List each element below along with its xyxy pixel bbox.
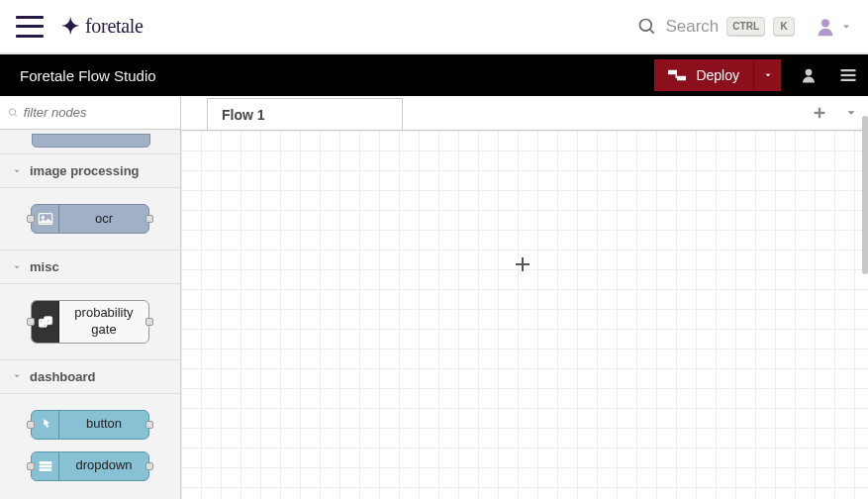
hamburger-icon[interactable] xyxy=(16,16,44,38)
deploy-menu-button[interactable] xyxy=(753,59,781,91)
image-icon xyxy=(32,205,59,233)
caret-down-icon xyxy=(763,70,773,80)
brand-name: foretale xyxy=(85,15,144,38)
category-label: dashboard xyxy=(30,369,95,384)
svg-point-18 xyxy=(48,320,48,321)
deploy-label: Deploy xyxy=(696,67,739,83)
search-label: Search xyxy=(665,17,719,37)
canvas-area: Flow 1 xyxy=(181,96,868,499)
chevron-down-icon xyxy=(12,371,22,381)
palette-scroll[interactable]: image processing ocr misc xyxy=(0,130,180,499)
category-header-dashboard[interactable]: dashboard xyxy=(0,360,180,394)
palette-node-dropdown[interactable]: dropdown xyxy=(31,451,149,481)
dice-icon xyxy=(32,301,59,343)
palette-node-label: button xyxy=(59,411,148,439)
user-menu[interactable] xyxy=(815,16,852,38)
category-nodes-image-processing: ocr xyxy=(0,188,180,250)
svg-rect-7 xyxy=(841,69,856,71)
search-icon xyxy=(637,17,657,37)
svg-point-13 xyxy=(42,216,45,219)
svg-rect-23 xyxy=(815,112,825,114)
node-port-out[interactable] xyxy=(145,215,153,223)
node-port-out[interactable] xyxy=(145,318,153,326)
palette-node-label: dropdown xyxy=(59,452,148,480)
node-port-in[interactable] xyxy=(27,421,35,429)
chevron-down-icon xyxy=(840,21,852,33)
palette-node-button[interactable]: button xyxy=(31,410,149,440)
app-title: Foretale Flow Studio xyxy=(20,67,156,84)
svg-rect-5 xyxy=(676,72,678,78)
node-port-out[interactable] xyxy=(145,421,153,429)
chevron-down-icon xyxy=(12,166,22,176)
palette-node-label: probability gate xyxy=(59,301,148,343)
partial-node-peek xyxy=(0,130,180,154)
brand-glyph-icon: ✦ xyxy=(61,14,79,40)
category-nodes-misc: probability gate xyxy=(0,284,180,360)
user-icon xyxy=(800,66,818,84)
site-header: ✦ foretale Search CTRL K xyxy=(0,0,868,54)
header-menu-button[interactable] xyxy=(828,54,868,96)
filter-nodes-input[interactable] xyxy=(24,105,172,120)
palette-node-probability-gate[interactable]: probability gate xyxy=(31,300,149,344)
category-header-image-processing[interactable]: image processing xyxy=(0,154,180,188)
node-port-in[interactable] xyxy=(27,462,35,470)
svg-rect-19 xyxy=(40,461,51,463)
search-icon xyxy=(8,107,19,119)
crosshair-cursor-icon xyxy=(516,257,530,271)
scrollbar-thumb[interactable] xyxy=(862,116,868,274)
tab-bar: Flow 1 xyxy=(181,96,868,131)
vertical-scrollbar[interactable] xyxy=(861,96,868,499)
node-palette-sidebar: image processing ocr misc xyxy=(0,96,181,499)
node-port-in[interactable] xyxy=(27,318,35,326)
deploy-group: Deploy xyxy=(654,59,781,91)
menu-icon xyxy=(839,66,857,84)
svg-rect-21 xyxy=(40,468,51,470)
node-port-out[interactable] xyxy=(145,462,153,470)
category-header-misc[interactable]: misc xyxy=(0,250,180,284)
tab-actions xyxy=(803,96,868,130)
deploy-icon xyxy=(668,68,686,82)
chevron-down-icon xyxy=(12,262,22,272)
flow-canvas[interactable] xyxy=(181,131,868,499)
svg-point-16 xyxy=(40,321,41,322)
svg-point-17 xyxy=(44,325,45,326)
svg-point-0 xyxy=(640,19,652,31)
svg-point-10 xyxy=(9,108,15,114)
shortcut-k-key: K xyxy=(773,17,795,37)
deploy-button[interactable]: Deploy xyxy=(654,59,753,91)
category-label: image processing xyxy=(30,163,140,178)
search-trigger[interactable]: Search CTRL K xyxy=(637,17,795,37)
palette-node-ocr[interactable]: ocr xyxy=(31,204,149,234)
tab-menu-icon[interactable] xyxy=(844,106,858,120)
svg-rect-4 xyxy=(677,76,686,81)
svg-rect-20 xyxy=(40,465,51,467)
shortcut-ctrl-key: CTRL xyxy=(726,17,765,37)
tab-flow-1[interactable]: Flow 1 xyxy=(207,98,403,130)
list-icon xyxy=(32,452,59,480)
brand-logo[interactable]: ✦ foretale xyxy=(61,14,144,40)
tab-label: Flow 1 xyxy=(222,107,265,123)
svg-line-1 xyxy=(650,29,654,33)
filter-nodes-box xyxy=(0,96,180,130)
header-user-button[interactable] xyxy=(789,54,828,96)
svg-rect-9 xyxy=(841,79,856,81)
svg-rect-8 xyxy=(841,74,856,76)
category-label: misc xyxy=(30,259,59,274)
palette-node-label: ocr xyxy=(59,205,148,233)
pointer-icon xyxy=(32,411,59,439)
add-tab-icon[interactable] xyxy=(813,106,826,120)
user-icon xyxy=(815,16,836,38)
category-nodes-dashboard: button dropdown xyxy=(0,394,180,487)
node-port-in[interactable] xyxy=(27,215,35,223)
app-header: Foretale Flow Studio Deploy xyxy=(0,54,868,96)
svg-line-11 xyxy=(15,114,17,116)
svg-point-6 xyxy=(806,69,813,76)
main-area: image processing ocr misc xyxy=(0,96,868,499)
svg-point-2 xyxy=(821,19,829,27)
